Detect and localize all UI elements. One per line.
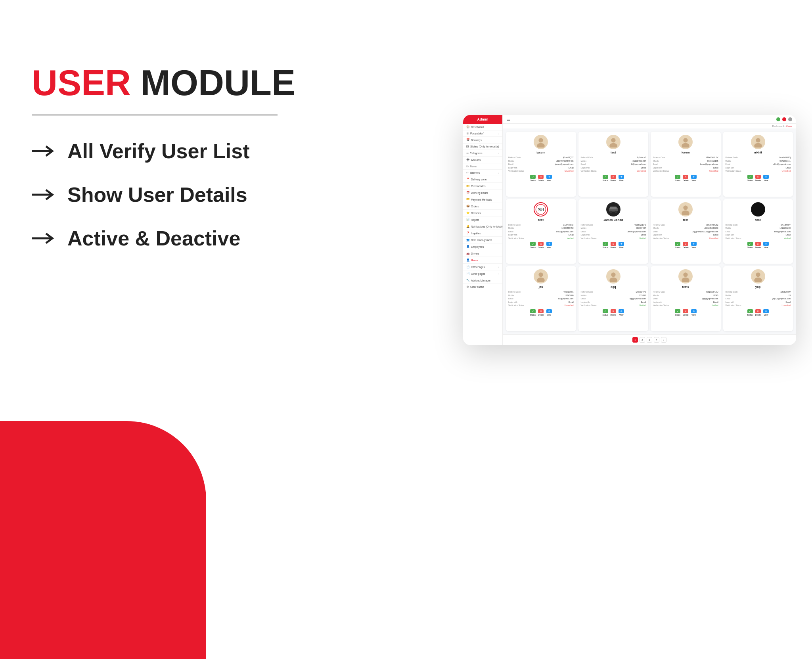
user-avatar-9 bbox=[606, 269, 620, 284]
sidebar-item-pos[interactable]: 🖥 Pos (addon) › bbox=[463, 130, 502, 137]
delete-btn-9[interactable]: ✕ Delete bbox=[611, 309, 616, 316]
sidebar-label-reviews: Reviews bbox=[471, 212, 481, 215]
sidebar-label-addmgr: Addons Manager bbox=[471, 279, 491, 282]
notif-icon: 🔔 bbox=[466, 225, 470, 228]
sidebar-item-orders[interactable]: 📦 Orders bbox=[463, 203, 502, 210]
user-card-11: yop Referral Code1jTjdOUhW Mobile13 Emai… bbox=[723, 266, 793, 331]
sidebar-item-payment[interactable]: 💳 Payment Methods bbox=[463, 196, 502, 203]
svg-point-23 bbox=[609, 278, 617, 282]
svg-point-20 bbox=[539, 273, 543, 277]
sidebar-item-bookings[interactable]: 📅 Bookings bbox=[463, 137, 502, 144]
view-btn-1[interactable]: 👁 View bbox=[619, 175, 624, 182]
view-btn-2[interactable]: 👁 View bbox=[691, 175, 697, 182]
status-dot-green bbox=[776, 117, 780, 121]
sidebar-label-orders: Orders bbox=[471, 205, 479, 208]
sidebar-item-drivers[interactable]: 🚗 Drivers bbox=[463, 250, 502, 257]
delete-btn-8[interactable]: ✕ Delete bbox=[538, 309, 544, 316]
user-actions-6: ✓ Status ✕ Delete 👁 View bbox=[675, 242, 697, 249]
delete-btn-4[interactable]: ✕ Delete bbox=[538, 242, 544, 249]
sidebar-item-banners[interactable]: 🏷 Banners › bbox=[463, 170, 502, 176]
status-btn-10[interactable]: ✓ Status bbox=[675, 309, 680, 316]
sidebar-item-promo[interactable]: 🎫 Promocodes bbox=[463, 183, 502, 190]
sidebar-item-categories[interactable]: ☰ Categories › bbox=[463, 150, 502, 157]
status-btn-4[interactable]: ✓ Status bbox=[530, 242, 536, 249]
sidebar-item-report[interactable]: 📊 Report bbox=[463, 216, 502, 223]
page-btn-2[interactable]: 2 bbox=[640, 337, 645, 343]
page-btn-3[interactable]: 3 bbox=[647, 337, 652, 343]
view-btn-8[interactable]: 👁 View bbox=[546, 309, 552, 316]
view-btn-9[interactable]: 👁 View bbox=[619, 309, 624, 316]
sidebar-item-role[interactable]: 👥 Role management bbox=[463, 237, 502, 243]
breadcrumb: Dashboard › Users bbox=[503, 124, 796, 128]
status-btn-9[interactable]: ✓ Status bbox=[602, 309, 608, 316]
sidebar-item-hours[interactable]: ⏰ Working Hours bbox=[463, 190, 502, 196]
delete-btn-1[interactable]: ✕ Delete bbox=[611, 175, 616, 182]
user-name-7: test bbox=[755, 218, 760, 222]
user-actions-5: ✓ Status ✕ Delete 👁 View bbox=[602, 242, 624, 249]
sidebar-item-other[interactable]: 📄 Other pages › bbox=[463, 270, 502, 277]
status-btn-0[interactable]: ✓ Status bbox=[530, 175, 536, 182]
status-btn-8[interactable]: ✓ Status bbox=[530, 309, 536, 316]
divider bbox=[32, 115, 278, 115]
status-btn-7[interactable]: ✓ Status bbox=[747, 242, 753, 249]
delete-btn-7[interactable]: ✕ Delete bbox=[755, 242, 761, 249]
delete-btn-3[interactable]: ✕ Delete bbox=[755, 175, 761, 182]
sidebar-header: Admin bbox=[463, 115, 502, 124]
left-content: USER MODULE All Verify User List bbox=[32, 63, 295, 250]
status-btn-11[interactable]: ✓ Status bbox=[747, 309, 753, 316]
cat-arrow: › bbox=[498, 152, 499, 154]
user-name-2: lorem bbox=[682, 151, 689, 154]
view-btn-0[interactable]: 👁 View bbox=[546, 175, 552, 182]
menu-icon[interactable]: ☰ bbox=[507, 117, 510, 121]
svg-point-15 bbox=[610, 211, 612, 213]
delete-btn-5[interactable]: ✕ Delete bbox=[611, 242, 616, 249]
delete-btn-2[interactable]: ✕ Delete bbox=[683, 175, 688, 182]
sidebar-item-employees[interactable]: 👤 Employees bbox=[463, 243, 502, 250]
sidebar-item-inquiries[interactable]: ❓ Inquiries bbox=[463, 230, 502, 237]
user-avatar-2 bbox=[678, 135, 693, 149]
view-btn-5[interactable]: 👁 View bbox=[619, 242, 624, 249]
sidebar-item-items[interactable]: 🍽 Items bbox=[463, 163, 502, 170]
sidebar-item-delivery[interactable]: 📍 Delivery zone bbox=[463, 176, 502, 183]
sidebar-item-addons[interactable]: ➕ Add-ons bbox=[463, 157, 502, 163]
view-btn-4[interactable]: 👁 View bbox=[546, 242, 552, 249]
user-avatar-0 bbox=[534, 135, 548, 149]
delete-btn-10[interactable]: ✕ Delete bbox=[683, 309, 688, 316]
sidebar-item-notifications[interactable]: 🔔 Notifications (Only for Mobile app) bbox=[463, 223, 502, 230]
sidebar-item-users[interactable]: 👤 Users bbox=[463, 257, 502, 264]
sidebar-item-cache[interactable]: 🗑 Clear cache bbox=[463, 284, 502, 290]
status-btn-5[interactable]: ✓ Status bbox=[602, 242, 608, 249]
delete-btn-6[interactable]: ✕ Delete bbox=[683, 242, 688, 249]
sidebar-item-reviews[interactable]: ⭐ Reviews bbox=[463, 210, 502, 216]
page-btn-next[interactable]: › bbox=[661, 337, 666, 343]
sidebar-item-addons-mgr[interactable]: 🔧 Addons Manager bbox=[463, 277, 502, 284]
svg-point-9 bbox=[756, 138, 760, 142]
user-actions-2: ✓ Status ✕ Delete 👁 View bbox=[675, 175, 697, 182]
sidebar-label-payment: Payment Methods bbox=[471, 198, 492, 201]
svg-point-16 bbox=[615, 211, 617, 213]
status-btn-6[interactable]: ✓ Status bbox=[675, 242, 680, 249]
user-name-0: ipsum bbox=[536, 151, 545, 154]
view-btn-6[interactable]: 👁 View bbox=[691, 242, 697, 249]
user-avatar-8 bbox=[534, 269, 548, 284]
status-btn-2[interactable]: ✓ Status bbox=[675, 175, 680, 182]
status-btn-1[interactable]: ✓ Status bbox=[602, 175, 608, 182]
status-btn-3[interactable]: ✓ Status bbox=[747, 175, 753, 182]
user-info-0: Referral Codejf5dw03Q27 Mobile+919797554… bbox=[508, 156, 574, 173]
delete-btn-11[interactable]: ✕ Delete bbox=[755, 309, 761, 316]
page-btn-4[interactable]: 4 bbox=[654, 337, 659, 343]
sidebar-item-cms[interactable]: 📄 CMS Pages › bbox=[463, 264, 502, 270]
view-btn-7[interactable]: 👁 View bbox=[763, 242, 769, 249]
view-btn-11[interactable]: 👁 View bbox=[763, 309, 769, 316]
user-avatar-6 bbox=[678, 202, 693, 216]
view-btn-10[interactable]: 👁 View bbox=[691, 309, 697, 316]
sidebar-item-dashboard[interactable]: 🏠 Dashboard bbox=[463, 124, 502, 130]
view-btn-3[interactable]: 👁 View bbox=[763, 175, 769, 182]
svg-point-5 bbox=[611, 138, 615, 142]
pagination: 1 2 3 4 › bbox=[503, 334, 796, 345]
sidebar-item-sliders[interactable]: 🖼 Sliders (Only for website) bbox=[463, 144, 502, 150]
delete-btn-0[interactable]: ✕ Delete bbox=[538, 175, 544, 182]
page-wrapper: USER MODULE All Verify User List bbox=[0, 0, 812, 659]
page-btn-1[interactable]: 1 bbox=[632, 337, 638, 343]
user-name-3: nikhil bbox=[754, 151, 762, 154]
